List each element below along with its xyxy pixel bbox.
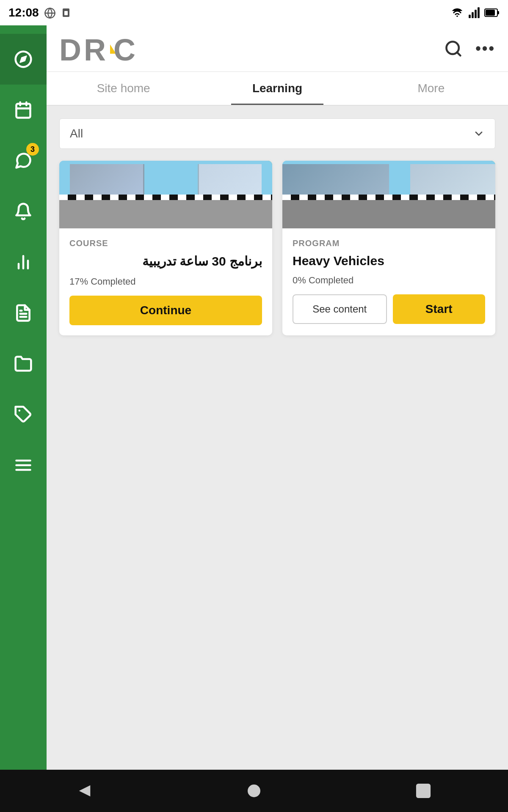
program-card-image	[282, 161, 495, 228]
tab-site-home[interactable]: Site home	[47, 72, 200, 105]
course-type-label: COURSE	[69, 239, 262, 248]
recent-apps-button[interactable]	[406, 778, 440, 804]
drc-logo-svg: D R C	[59, 32, 144, 66]
svg-rect-6	[472, 12, 474, 18]
road	[59, 198, 272, 228]
more-options-icon[interactable]: •••	[475, 40, 495, 58]
home-icon	[246, 782, 262, 799]
sidebar-item-compass[interactable]	[0, 34, 47, 85]
file-text-icon	[14, 304, 33, 322]
program-type-label: PROGRAM	[293, 239, 485, 248]
program-progress: 0% Completed	[293, 275, 485, 286]
sidebar-item-calendar[interactable]	[0, 85, 47, 135]
svg-line-32	[457, 52, 461, 55]
svg-rect-14	[17, 104, 30, 118]
back-icon	[76, 782, 93, 799]
svg-marker-13	[20, 56, 27, 63]
signal-icon	[468, 7, 480, 19]
bell-icon	[14, 202, 33, 221]
tag-icon	[14, 405, 33, 424]
course-progress: 17% Completed	[69, 276, 262, 287]
program-card-body: PROGRAM Heavy Vehicles 0% Completed See …	[282, 228, 495, 334]
tab-learning[interactable]: Learning	[200, 72, 354, 105]
program-card: PROGRAM Heavy Vehicles 0% Completed See …	[282, 161, 495, 335]
course-card: COURSE برنامج 30 ساعة تدريبية 17% Comple…	[59, 161, 272, 335]
filter-value: All	[70, 127, 83, 140]
recent-apps-icon	[415, 782, 432, 799]
start-button[interactable]: Start	[393, 294, 486, 324]
status-bar-left: 12:08	[8, 6, 71, 19]
calendar-icon	[14, 101, 33, 119]
home-button[interactable]	[237, 778, 271, 804]
sidebar-item-folder[interactable]	[0, 338, 47, 389]
svg-text:D: D	[59, 33, 81, 66]
svg-rect-7	[475, 10, 477, 18]
cards-grid: COURSE برنامج 30 ساعة تدريبية 17% Comple…	[59, 161, 495, 335]
battery-icon	[484, 8, 500, 17]
sidebar-item-chat[interactable]: 3	[0, 135, 47, 186]
svg-marker-33	[79, 785, 91, 797]
course-actions: Continue	[69, 296, 262, 325]
nav-tabs: Site home Learning More	[47, 72, 508, 106]
wifi-icon	[450, 7, 464, 19]
sidebar-item-tag[interactable]	[0, 389, 47, 440]
sidebar: 3	[0, 25, 47, 770]
chat-badge: 3	[26, 143, 39, 156]
svg-text:R: R	[84, 33, 106, 66]
folder-icon	[14, 354, 33, 373]
sidebar-item-bell[interactable]	[0, 186, 47, 237]
program-barrier	[282, 195, 495, 200]
compass-icon	[14, 50, 33, 69]
back-button[interactable]	[68, 778, 102, 804]
globe-icon	[44, 7, 56, 19]
program-road	[282, 198, 495, 228]
svg-rect-8	[478, 7, 480, 18]
svg-text:C: C	[113, 33, 135, 66]
search-icon[interactable]	[444, 39, 463, 58]
chevron-down-icon	[473, 128, 485, 140]
tab-more[interactable]: More	[354, 72, 508, 105]
content-area: All COURSE برنامج 30 ساعة	[47, 106, 508, 770]
program-title: Heavy Vehicles	[293, 252, 485, 269]
svg-point-4	[456, 15, 458, 17]
course-scene	[59, 161, 272, 228]
program-actions: See content Start	[293, 294, 485, 324]
course-card-image	[59, 161, 272, 228]
barrier	[59, 195, 272, 200]
status-bar: 12:08	[0, 0, 508, 25]
bar-chart-icon	[14, 253, 33, 272]
main-content: D R C ••• Site home Learning More	[47, 25, 508, 770]
status-bar-right	[450, 7, 500, 19]
menu-icon	[14, 456, 33, 475]
see-content-button[interactable]: See content	[293, 294, 387, 324]
bottom-navigation	[0, 770, 508, 812]
program-scene	[282, 161, 495, 228]
svg-point-34	[248, 785, 260, 797]
continue-button[interactable]: Continue	[69, 296, 262, 325]
svg-rect-10	[497, 11, 499, 14]
sim-icon	[61, 8, 71, 18]
svg-rect-3	[64, 11, 68, 15]
course-title: برنامج 30 ساعة تدريبية	[69, 252, 262, 270]
top-bar-actions: •••	[444, 39, 495, 58]
sidebar-item-reports[interactable]	[0, 237, 47, 288]
svg-rect-11	[486, 10, 495, 16]
time-display: 12:08	[8, 6, 39, 19]
svg-rect-5	[469, 15, 471, 18]
course-card-body: COURSE برنامج 30 ساعة تدريبية 17% Comple…	[59, 228, 272, 335]
filter-dropdown[interactable]: All	[59, 118, 495, 149]
sidebar-item-menu[interactable]	[0, 440, 47, 491]
logo: D R C	[59, 32, 144, 66]
top-bar: D R C •••	[47, 25, 508, 72]
sidebar-item-news[interactable]	[0, 288, 47, 338]
svg-rect-35	[417, 785, 430, 797]
